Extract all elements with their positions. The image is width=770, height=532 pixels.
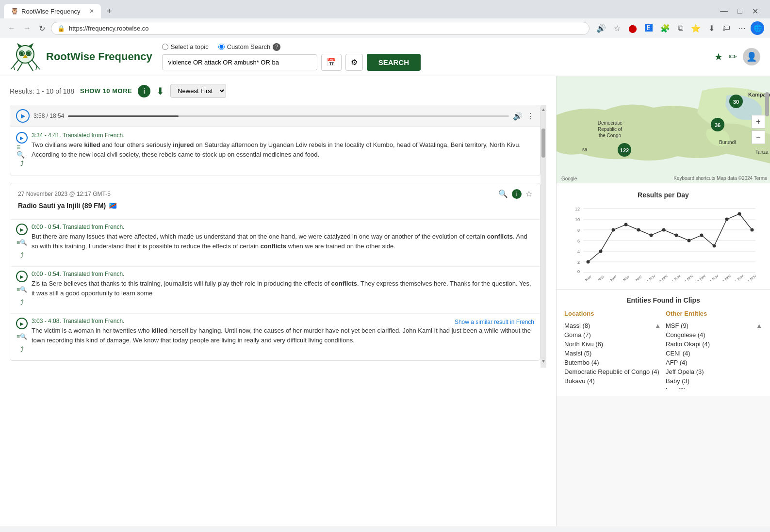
locations-column: Locations Massi (8) ▲ Goma (7) North Kiv… [564, 310, 661, 389]
download-toolbar-button[interactable]: ⬇ [705, 22, 718, 35]
clip-play-icon-2a[interactable]: ▶ [16, 224, 28, 235]
clip-play-icon-2b[interactable]: ▶ [16, 271, 28, 282]
star-card-icon[interactable]: ☆ [525, 189, 532, 199]
other-entities-header: Other Entities [666, 310, 762, 317]
right-panel: 30 36 122 Kampala Democratic Republic of… [557, 76, 770, 526]
search-in-card-icon[interactable]: 🔍 [498, 189, 508, 199]
info-button[interactable]: i [138, 85, 150, 97]
read-aloud-button[interactable]: 🔊 [593, 22, 609, 35]
address-text: https://frequency.rootwise.co [69, 25, 583, 32]
map-controls: + − [752, 115, 765, 144]
location-item-4: Masisi (5) [564, 349, 661, 358]
filter-button[interactable]: ⚙ [345, 54, 363, 71]
split-view-button[interactable]: ⧉ [675, 22, 686, 34]
edit-button[interactable]: ✏ [729, 51, 737, 63]
svg-point-53 [688, 239, 691, 242]
radio-custom-option[interactable]: Custom Search ? [218, 43, 281, 51]
results-scrollbar[interactable]: ▲ ▼ [541, 105, 546, 368]
clip-share-icon-2b[interactable]: ⤴ [16, 297, 27, 307]
search-input[interactable] [162, 54, 317, 70]
map-attribution: Keyboard shortcuts Map data ©2024 Terms [673, 176, 767, 181]
zoom-out-button[interactable]: − [752, 130, 765, 144]
other-item-1: MSF (9) ▲ [666, 321, 762, 330]
radio-topic-input[interactable] [162, 44, 168, 50]
other-item-5: AFP (4) [666, 358, 762, 367]
minimize-button[interactable]: — [716, 5, 732, 17]
browser-tab-active[interactable]: 🦉 RootWise Frequency ✕ [4, 4, 101, 18]
result-card-1: ▶ 3:58 / 18:54 🔊 ⋮ ▶ [10, 105, 541, 176]
user-button[interactable]: 👤 [743, 48, 760, 65]
clip-share-icon-2a[interactable]: ⤴ [16, 250, 27, 260]
address-bar[interactable]: 🔒 https://frequency.rootwise.co [51, 22, 590, 35]
clip-row-2a: ▶ ≡🔍 ⤴ 0:00 - 0:54. Translated from Fren… [10, 219, 540, 264]
locations-list: Massi (8) ▲ Goma (7) North Kivu (6) Masi… [564, 321, 661, 386]
clip-transcript-icon-2c[interactable]: ≡🔍 [16, 331, 27, 342]
opera-icon-button[interactable]: ⬤ [625, 22, 640, 35]
svg-point-3 [21, 52, 23, 55]
more-audio-icon-1[interactable]: ⋮ [526, 112, 534, 121]
svg-text:5 Nov: 5 Nov [607, 274, 618, 281]
clip-text-2b: Zls ta Sere believes that thanks to this… [32, 279, 534, 298]
clip-share-icon-1[interactable]: ⤴ [16, 158, 27, 169]
zoom-in-button[interactable]: + [752, 115, 765, 129]
svg-line-14 [37, 66, 40, 69]
bookmark-star-button[interactable]: ☆ [611, 22, 623, 35]
bookmark-button[interactable]: ★ [714, 51, 723, 63]
clip-text-2c: The victim is a woman in her twenties wh… [32, 326, 534, 345]
download-button[interactable]: ⬇ [156, 85, 164, 97]
audio-progress-bar-1[interactable] [68, 115, 509, 117]
entities-title: Entities Found in Clips [564, 296, 762, 304]
clip-row-2c: ▶ ≡🔍 ⤴ 3:03 - 4:08. Translated from Fren… [10, 313, 540, 358]
clip-transcript-icon-1[interactable]: ≡🔍 [16, 145, 27, 156]
svg-marker-6 [18, 44, 21, 48]
results-header: Results: 1 - 10 of 188 SHOW 10 MORE i ⬇ … [10, 84, 546, 98]
play-button-1[interactable]: ▶ [16, 109, 30, 123]
extension-button[interactable]: 🧩 [657, 22, 673, 35]
logo-area: RootWise Frequency [10, 43, 152, 71]
show-more-link[interactable]: SHOW 10 MORE [80, 87, 132, 95]
svg-point-46 [599, 250, 603, 253]
search-button[interactable]: SEARCH [367, 54, 421, 71]
back-button[interactable]: ← [6, 22, 17, 34]
maximize-button[interactable]: □ [734, 5, 746, 17]
coupon-button[interactable]: 🏷 [720, 22, 733, 34]
scroll-up-entities[interactable]: ▲ [756, 322, 762, 329]
audio-player-1: ▶ 3:58 / 18:54 🔊 ⋮ [10, 105, 540, 127]
star-button[interactable]: ⭐ [688, 22, 704, 35]
radio-topic-option[interactable]: Select a topic [162, 43, 209, 50]
translate-button[interactable]: 🅱 [642, 22, 655, 34]
clip-transcript-icon-2a[interactable]: ≡🔍 [16, 237, 27, 248]
svg-line-15 [36, 66, 37, 70]
scrollbar-thumb[interactable] [541, 129, 545, 158]
search-area: Select a topic Custom Search ? 📅 ⚙ SEARC… [162, 43, 453, 71]
forward-button[interactable]: → [21, 22, 33, 34]
scroll-up-locations[interactable]: ▲ [655, 322, 661, 329]
right-panel-scrollbar[interactable] [764, 76, 770, 432]
info-card-icon[interactable]: i [512, 189, 522, 199]
more-button[interactable]: ⋯ [735, 22, 749, 35]
svg-text:19 Nov: 19 Nov [695, 274, 706, 281]
other-item-8: Leo (2) [666, 386, 762, 389]
svg-text:12: 12 [575, 207, 580, 211]
calendar-button[interactable]: 📅 [321, 54, 342, 71]
help-icon[interactable]: ? [273, 43, 280, 51]
profile-button[interactable]: 🌐 [751, 21, 764, 35]
new-tab-button[interactable]: + [103, 4, 116, 18]
other-item-2: Congolese (4) [666, 330, 762, 339]
reload-button[interactable]: ↻ [37, 22, 47, 35]
svg-point-49 [637, 228, 640, 232]
location-item-3: North Kivu (6) [564, 339, 661, 349]
close-button[interactable]: ✕ [748, 5, 762, 18]
radio-topic-label: Select a topic [171, 43, 209, 50]
location-item-7: Bukavu (4) [564, 376, 661, 386]
clip-play-icon-1[interactable]: ▶ [16, 132, 28, 144]
radio-custom-input[interactable] [218, 44, 225, 50]
volume-icon-1[interactable]: 🔊 [513, 112, 523, 121]
clip-timestamp-1: 3:34 - 4:41. Translated from French. [32, 132, 534, 139]
clip-share-icon-2c[interactable]: ⤴ [16, 344, 27, 355]
clip-play-icon-2c[interactable]: ▶ [16, 318, 28, 329]
tab-close-icon[interactable]: ✕ [89, 8, 94, 15]
similar-result-link[interactable]: Show a similar result in French [455, 319, 534, 325]
sort-select[interactable]: Newest First Oldest First Relevance [170, 84, 226, 98]
clip-transcript-icon-2b[interactable]: ≡🔍 [16, 284, 27, 295]
